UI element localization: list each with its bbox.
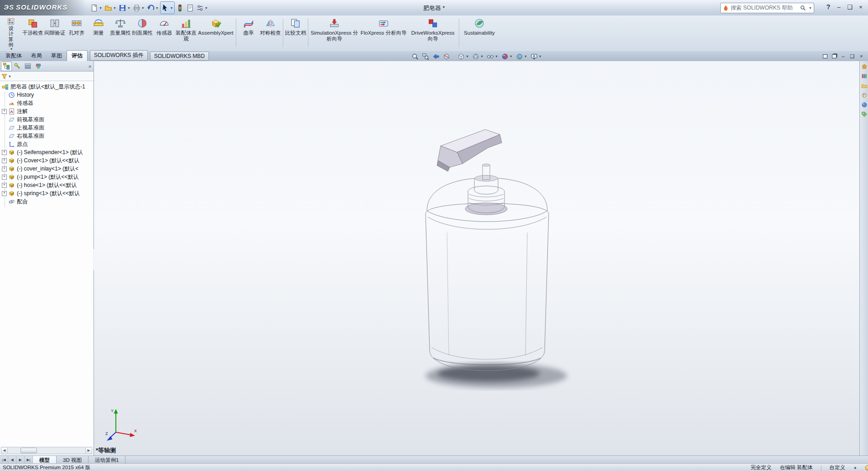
- floxpress-button[interactable]: FloXpress 分析向导: [359, 17, 408, 36]
- section-view-icon[interactable]: [442, 52, 451, 61]
- mass-properties-button[interactable]: 质量属性: [109, 17, 131, 36]
- tree-item-front-plane[interactable]: 前视基准面: [0, 115, 94, 124]
- expander-icon[interactable]: +: [2, 175, 7, 180]
- close-button[interactable]: ×: [856, 3, 865, 11]
- tab-3d-views[interactable]: 3D 视图: [57, 456, 88, 464]
- minimize-button[interactable]: –: [834, 3, 843, 11]
- tree-item-assembly-root[interactable]: 肥皂器 (默认<默认_显示状态-1: [0, 83, 94, 91]
- tree-item-mates[interactable]: 配合: [0, 197, 94, 206]
- display-style-icon[interactable]: ▼: [471, 52, 484, 61]
- displaymanager-tab[interactable]: [33, 62, 43, 71]
- tree-item-top-plane[interactable]: 上视基准面: [0, 124, 94, 132]
- clearance-verification-button[interactable]: 间隙验证: [44, 17, 66, 36]
- status-expand-icon[interactable]: ▲: [853, 466, 857, 470]
- next-tab-icon[interactable]: ▶: [16, 456, 25, 464]
- custom-status[interactable]: 自定义: [830, 464, 846, 471]
- expander-icon[interactable]: +: [2, 150, 7, 155]
- view-palette-icon[interactable]: [861, 92, 868, 99]
- search-icon[interactable]: [800, 5, 806, 11]
- tree-item-cover-inlay[interactable]: +(-) cover_inlay<1> (默认<: [0, 165, 94, 173]
- expander-icon[interactable]: +: [2, 158, 7, 163]
- expander-icon[interactable]: +: [2, 191, 7, 196]
- featuremanager-tree-tab[interactable]: [1, 62, 12, 71]
- split-pane-icon[interactable]: [821, 52, 829, 60]
- scroll-right-icon[interactable]: ▶: [85, 448, 92, 453]
- hide-show-items-icon[interactable]: ▼: [486, 52, 499, 61]
- custom-properties-icon[interactable]: [861, 111, 868, 118]
- assemblyxpert-button[interactable]: AssemblyXpert: [197, 17, 234, 36]
- tab-layout[interactable]: 布局: [26, 51, 47, 61]
- apply-scene-icon[interactable]: ▼: [515, 52, 528, 61]
- scroll-left-icon[interactable]: ◀: [1, 448, 8, 453]
- tab-solidworks-addins[interactable]: SOLIDWORKS 插件: [90, 50, 148, 61]
- help-button[interactable]: ?: [823, 3, 833, 12]
- previous-view-icon[interactable]: [431, 52, 441, 61]
- status-bar: SOLIDWORKS Premium 2015 x64 版 完全定义 在编辑 装…: [0, 463, 868, 471]
- appearances-icon[interactable]: [861, 101, 868, 109]
- tree-item-history[interactable]: History: [0, 91, 94, 99]
- file-explorer-icon[interactable]: [861, 82, 868, 89]
- tree-item-seifenspender[interactable]: +(-) Seifenspender<1> (默认: [0, 148, 94, 156]
- tree-item-spring[interactable]: +(-) spring<1> (默认<<默认: [0, 189, 94, 197]
- prev-tab-icon[interactable]: ◀: [8, 456, 16, 464]
- simulationxpress-button[interactable]: SimulationXpress 分析向导: [310, 17, 359, 42]
- filter-dropdown-icon[interactable]: ▼: [8, 75, 11, 78]
- soap-dispenser-model[interactable]: [405, 120, 578, 394]
- bottle-body[interactable]: [426, 203, 549, 371]
- section-properties-button[interactable]: 剖面属性: [131, 17, 153, 36]
- tab-model[interactable]: 模型: [33, 456, 57, 464]
- compare-documents-button[interactable]: 比较文档: [285, 17, 307, 36]
- edit-appearance-icon[interactable]: ▼: [500, 52, 514, 61]
- pane-icon[interactable]: [830, 52, 838, 60]
- tree-item-origin[interactable]: 原点: [0, 140, 94, 148]
- panel-tabs-overflow-icon[interactable]: »: [87, 63, 93, 69]
- search-box[interactable]: 搜索 SOLIDWORKS 帮助 ▼: [720, 3, 814, 13]
- zoom-area-icon[interactable]: [421, 52, 430, 61]
- first-tab-icon[interactable]: |◀: [0, 456, 8, 464]
- graphics-viewport[interactable]: Y X Z *等轴测: [94, 61, 859, 455]
- scroll-track[interactable]: [8, 447, 85, 454]
- propertymanager-tab[interactable]: [12, 62, 22, 71]
- interference-check-button[interactable]: 干涉检查: [22, 17, 44, 36]
- expander-icon[interactable]: +: [2, 166, 7, 171]
- hole-alignment-button[interactable]: 孔对齐: [66, 17, 88, 36]
- tree-item-right-plane[interactable]: 右视基准面: [0, 132, 94, 140]
- filter-funnel-icon[interactable]: [1, 73, 7, 79]
- tab-evaluate[interactable]: 评估: [67, 50, 88, 61]
- tree-item-sensors[interactable]: 传感器: [0, 99, 94, 107]
- view-orientation-icon[interactable]: ▼: [457, 52, 470, 61]
- tree-item-pump[interactable]: +(-) pump<1> (默认<<默认: [0, 173, 94, 181]
- symmetry-check-button[interactable]: 对称检查: [260, 17, 281, 36]
- assembly-visualization-button[interactable]: 装配体直观: [175, 17, 197, 42]
- solidworks-resources-icon[interactable]: [861, 63, 868, 70]
- measure-button[interactable]: 测量: [88, 17, 109, 36]
- tab-solidworks-mbd[interactable]: SOLIDWORKS MBD: [150, 52, 209, 61]
- doc-close-button[interactable]: ×: [858, 52, 865, 60]
- sustainability-button[interactable]: Sustainability: [461, 17, 498, 36]
- doc-minimize-button[interactable]: –: [839, 52, 847, 60]
- expander-icon[interactable]: +: [2, 109, 7, 114]
- driveworksxpress-button[interactable]: DriveWorksXpress 向导: [408, 17, 457, 42]
- zoom-fit-icon[interactable]: [411, 52, 420, 61]
- tab-motion-study[interactable]: 运动算例1: [88, 456, 125, 464]
- doc-restore-button[interactable]: ❑: [848, 52, 856, 60]
- tree-item-cover[interactable]: +(-) Cover<1> (默认<<默认: [0, 156, 94, 165]
- tree-item-hose[interactable]: +(-) hose<1> (默认<<默认: [0, 181, 94, 189]
- configurationmanager-tab[interactable]: [23, 62, 33, 71]
- scroll-thumb[interactable]: [21, 448, 37, 453]
- pump-head[interactable]: [437, 129, 502, 171]
- search-dropdown-icon[interactable]: ▼: [809, 6, 812, 10]
- sensor-button[interactable]: 传感器: [153, 17, 175, 36]
- expander-icon[interactable]: +: [2, 183, 7, 188]
- last-tab-icon[interactable]: ▶|: [25, 456, 33, 464]
- tab-assembly[interactable]: 装配体: [1, 51, 26, 61]
- design-study-button[interactable]: 设计算例 ▼: [3, 16, 19, 51]
- tab-sketch[interactable]: 草图: [47, 51, 67, 61]
- panel-horizontal-scrollbar[interactable]: ◀ ▶: [1, 447, 92, 454]
- design-library-icon[interactable]: [861, 72, 868, 80]
- maximize-button[interactable]: ❑: [845, 3, 854, 11]
- title-bar: ЭSSOLIDWORKS ▼ ▼ ▼ ▼ ▼ ▼ ▼ 肥皂器 * 搜索 SOLI…: [0, 0, 868, 16]
- curvature-button[interactable]: 曲率: [238, 17, 260, 36]
- view-settings-icon[interactable]: ▼: [530, 52, 543, 61]
- tree-item-annotations[interactable]: +注解: [0, 107, 94, 115]
